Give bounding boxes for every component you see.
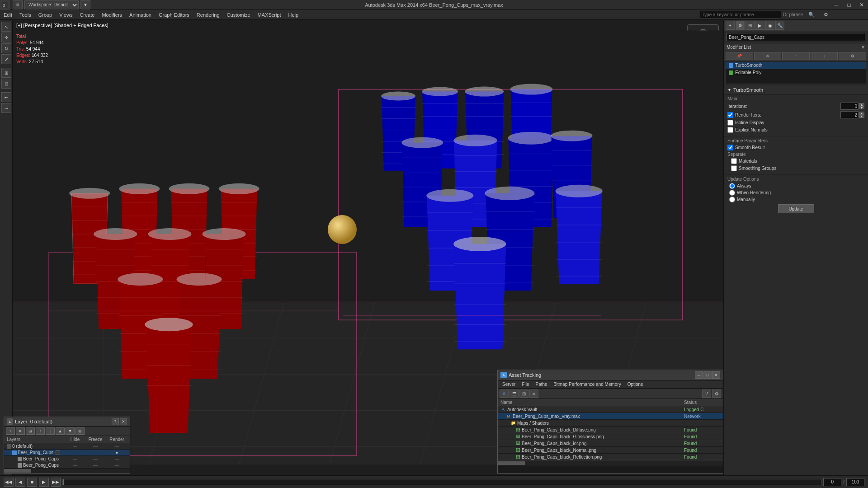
- timeline[interactable]: [62, 479, 821, 485]
- asset-row-normal[interactable]: 🖼 Beer_Pong_Caps_black_Normal.png Found: [498, 447, 723, 454]
- smooth-result-checkbox[interactable]: [727, 145, 733, 150]
- asset-row-reflection[interactable]: 🖼 Beer_Pong_Caps_black_Reflection.png Fo…: [498, 454, 723, 460]
- frame-input[interactable]: [823, 478, 841, 486]
- layer-cups-render[interactable]: ■: [107, 450, 127, 455]
- layer-cups2-render[interactable]: —: [107, 463, 127, 468]
- iterations-up[interactable]: ▲: [859, 103, 864, 106]
- layer-cups-freeze[interactable]: —: [84, 450, 107, 455]
- asset-menu-options[interactable]: Options: [625, 381, 646, 387]
- asset-scroll-thumb[interactable]: [498, 461, 525, 465]
- render-iters-up[interactable]: ▲: [859, 112, 864, 115]
- menu-tools[interactable]: Tools: [16, 11, 35, 19]
- iterations-input[interactable]: [840, 103, 859, 110]
- menu-help[interactable]: Help: [285, 11, 302, 19]
- modifier-list-header[interactable]: Modifier List ▼: [724, 43, 868, 51]
- explicit-normals-checkbox[interactable]: [727, 127, 733, 133]
- layers-close-btn[interactable]: ✕: [120, 418, 127, 425]
- asset-tb-list[interactable]: ☰: [509, 389, 519, 398]
- link-tool[interactable]: ⇤: [1, 92, 11, 102]
- asset-menu-paths[interactable]: Paths: [533, 381, 550, 387]
- unlink-tool[interactable]: ⇥: [1, 103, 11, 113]
- layer-row-default[interactable]: 0 (default) — — —: [4, 443, 130, 450]
- layer-row-beer-pong-cups2[interactable]: Beer_Pong_Cups — — —: [4, 462, 130, 469]
- render-iters-checkbox[interactable]: [727, 112, 733, 118]
- search-icon-btn[interactable]: 🔍: [805, 11, 818, 19]
- asset-scrollbar[interactable]: [498, 460, 723, 465]
- next-frame-btn[interactable]: ▶: [39, 478, 49, 487]
- asset-row-ior[interactable]: 🖼 Beer_Pong_Caps_black_ior.png Found: [498, 440, 723, 447]
- object-name-input[interactable]: [726, 33, 865, 41]
- turbosmooth-section-header[interactable]: ▼ TurboSmooth: [724, 86, 868, 94]
- mod-btn-pin[interactable]: 📌: [726, 52, 753, 60]
- layer-color-swatch[interactable]: [56, 450, 60, 455]
- workspace-icon[interactable]: ⊞: [13, 0, 23, 9]
- modifier-turbosmooth[interactable]: TurboSmooth: [726, 62, 866, 69]
- always-radio[interactable]: [729, 183, 735, 189]
- layers-scrollbar[interactable]: [4, 469, 130, 473]
- manually-radio-row[interactable]: Manually: [729, 197, 864, 202]
- asset-row-glossiness[interactable]: 🖼 Beer_Pong_Caps_black_Glossiness.png Fo…: [498, 433, 723, 440]
- layer-row-beer-pong-caps[interactable]: Beer_Pong_Caps — — —: [4, 456, 130, 462]
- layer-cups2-freeze[interactable]: —: [84, 463, 107, 468]
- asset-minimize-btn[interactable]: ─: [695, 371, 703, 379]
- mod-btn-delete[interactable]: ✕: [754, 52, 782, 60]
- frame-end-input[interactable]: [846, 478, 864, 486]
- workspace-expand[interactable]: ▼: [80, 0, 90, 9]
- search-options-btn[interactable]: ⚙: [820, 11, 832, 19]
- layer-caps-freeze[interactable]: —: [84, 456, 107, 461]
- layer-default-render[interactable]: —: [107, 444, 127, 449]
- layer-btn4[interactable]: ↑: [36, 427, 45, 435]
- update-button[interactable]: Update: [778, 204, 814, 213]
- iterations-down[interactable]: ▼: [859, 106, 864, 109]
- menu-maxscript[interactable]: MAXScript: [254, 11, 285, 19]
- maximize-button[interactable]: □: [843, 0, 855, 10]
- asset-tb-vault[interactable]: A: [500, 389, 509, 398]
- when-rendering-radio-row[interactable]: When Rendering: [729, 190, 864, 196]
- add-layer-btn[interactable]: +: [6, 427, 15, 435]
- mod-btn-down[interactable]: ↓: [811, 52, 838, 60]
- asset-row-diffuse[interactable]: 🖼 Beer_Pong_Caps_black_Diffuse.png Found: [498, 427, 723, 433]
- layer-row-beer-pong-cups[interactable]: Beer_Pong_Cups — — ■: [4, 450, 130, 456]
- close-button[interactable]: ✕: [855, 0, 868, 10]
- play-btn[interactable]: ◀◀: [4, 478, 14, 487]
- asset-tb-help[interactable]: ?: [702, 389, 711, 398]
- asset-row-vault[interactable]: A Autodesk Vault Logged C: [498, 406, 723, 413]
- manually-radio[interactable]: [729, 197, 735, 202]
- smoothing-groups-checkbox[interactable]: [731, 165, 737, 171]
- layer-default-hide[interactable]: —: [66, 444, 84, 449]
- menu-views[interactable]: Views: [56, 11, 76, 19]
- stop-btn[interactable]: ■: [27, 478, 37, 487]
- layers-help-btn[interactable]: ?: [112, 418, 119, 425]
- menu-create[interactable]: Create: [76, 11, 98, 19]
- panel-icon-modify[interactable]: ⚙: [736, 21, 745, 30]
- rotate-tool[interactable]: ↻: [1, 43, 11, 53]
- snap-tool[interactable]: ⊞: [1, 68, 11, 78]
- menu-animation[interactable]: Animation: [126, 11, 155, 19]
- panel-icon-display[interactable]: ◉: [765, 21, 774, 30]
- panel-icon-utilities[interactable]: 🔧: [775, 21, 784, 30]
- menu-rendering[interactable]: Rendering: [193, 11, 223, 19]
- delete-layer-btn[interactable]: ✕: [16, 427, 25, 435]
- menu-modifiers[interactable]: Modifiers: [98, 11, 126, 19]
- mod-btn-settings[interactable]: ⚙: [839, 52, 866, 60]
- layer-btn3[interactable]: ⊞: [26, 427, 35, 435]
- menu-graph-editors[interactable]: Graph Editors: [155, 11, 193, 19]
- minimize-button[interactable]: ─: [830, 0, 843, 10]
- layer-btn6[interactable]: ▲: [56, 427, 65, 435]
- isoline-checkbox[interactable]: [727, 120, 733, 126]
- modifier-editable-poly[interactable]: Editable Poly: [726, 69, 866, 76]
- asset-tb-settings[interactable]: ⚙: [712, 389, 721, 398]
- render-iters-down[interactable]: ▼: [859, 115, 864, 118]
- when-rendering-radio[interactable]: [729, 190, 735, 196]
- render-iters-input[interactable]: [840, 111, 859, 118]
- asset-close-btn[interactable]: ✕: [712, 371, 720, 379]
- mod-btn-up[interactable]: ↑: [782, 52, 810, 60]
- layer-caps-hide[interactable]: —: [66, 456, 84, 461]
- layer-caps-render[interactable]: —: [107, 456, 127, 461]
- layer-btn7[interactable]: ▼: [66, 427, 75, 435]
- asset-maximize-btn[interactable]: □: [703, 371, 712, 379]
- mirror-tool[interactable]: ⊟: [1, 79, 11, 89]
- search-input[interactable]: [700, 11, 781, 19]
- menu-group[interactable]: Group: [35, 11, 56, 19]
- asset-menu-server[interactable]: Server: [500, 381, 518, 387]
